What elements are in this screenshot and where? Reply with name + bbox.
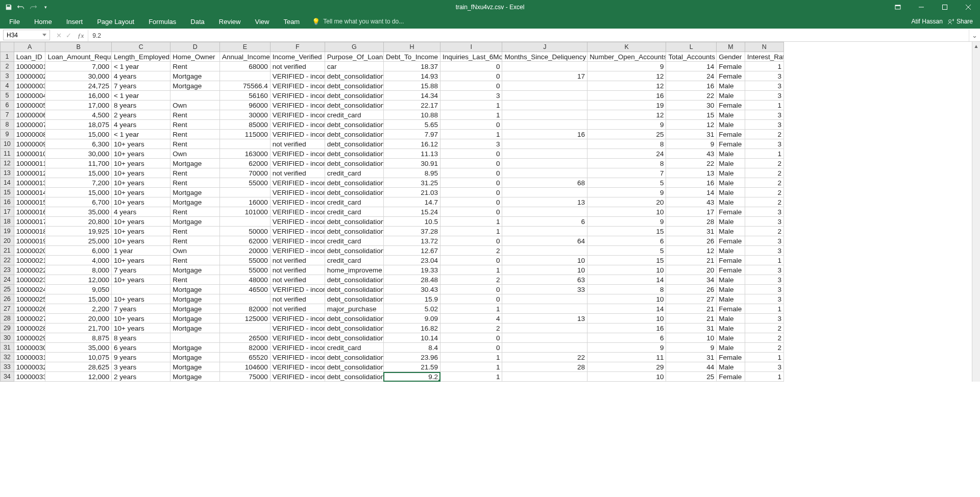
data-cell[interactable]: Rent	[170, 62, 220, 71]
row-header[interactable]: 24	[1, 275, 14, 285]
data-cell[interactable]: 3	[745, 246, 783, 256]
data-cell[interactable]: 10	[587, 265, 666, 275]
data-cell[interactable]: debt_consolidation	[325, 178, 383, 188]
data-cell[interactable]: 14	[587, 275, 666, 285]
row-header[interactable]: 34	[1, 372, 14, 382]
data-cell[interactable]: 21	[666, 304, 717, 314]
data-cell[interactable]: 10.88	[383, 110, 440, 120]
data-cell[interactable]	[220, 71, 271, 81]
data-cell[interactable]: 22	[666, 91, 717, 101]
data-cell[interactable]: 75566.4	[220, 81, 271, 91]
data-cell[interactable]: 3	[745, 120, 783, 130]
header-cell[interactable]: Inquiries_Last_6Mo	[440, 52, 502, 62]
data-cell[interactable]: 6,300	[45, 139, 112, 149]
data-cell[interactable]: 10+ years	[112, 139, 170, 149]
data-cell[interactable]: not verified	[270, 275, 325, 285]
data-cell[interactable]: Rent	[170, 256, 220, 265]
data-cell[interactable]: 10000004	[14, 91, 45, 101]
data-cell[interactable]: 25	[587, 130, 666, 139]
row-header[interactable]: 10	[1, 139, 14, 149]
data-cell[interactable]: debt_consolidation	[325, 275, 383, 285]
data-cell[interactable]: 15,000	[45, 168, 112, 178]
data-cell[interactable]: 0	[440, 294, 502, 304]
data-cell[interactable]: VERIFIED - incom	[270, 324, 325, 333]
row-header[interactable]: 33	[1, 362, 14, 372]
data-cell[interactable]: Own	[170, 101, 220, 110]
data-cell[interactable]: 17	[502, 71, 587, 81]
data-cell[interactable]: 5.65	[383, 120, 440, 130]
data-cell[interactable]: not verified	[270, 304, 325, 314]
data-cell[interactable]: not verified	[270, 139, 325, 149]
data-cell[interactable]: 16.82	[383, 324, 440, 333]
data-cell[interactable]: < 1 year	[112, 130, 170, 139]
tab-formulas[interactable]: Formulas	[141, 14, 183, 29]
data-cell[interactable]: 9,050	[45, 285, 112, 294]
data-cell[interactable]: 2	[440, 324, 502, 333]
data-cell[interactable]: 28,625	[45, 362, 112, 372]
data-cell[interactable]: 10+ years	[112, 236, 170, 246]
data-cell[interactable]: 23.04	[383, 256, 440, 265]
data-cell[interactable]: 2	[745, 188, 783, 197]
data-cell[interactable]: 16	[502, 130, 587, 139]
data-cell[interactable]: Mortgage	[170, 324, 220, 333]
data-cell[interactable]	[502, 62, 587, 71]
data-cell[interactable]: 0	[440, 159, 502, 168]
data-cell[interactable]: 64	[502, 236, 587, 246]
data-cell[interactable]: not verified	[270, 294, 325, 304]
share-button[interactable]: Share	[948, 18, 973, 25]
column-header-H[interactable]: H	[383, 42, 440, 52]
data-cell[interactable]: 56160	[220, 91, 271, 101]
data-cell[interactable]: 5	[587, 178, 666, 188]
data-cell[interactable]: 10000028	[14, 324, 45, 333]
data-cell[interactable]: debt_consolidation	[325, 217, 383, 227]
column-header-A[interactable]: A	[14, 42, 45, 52]
data-cell[interactable]: debt_consolidation	[325, 101, 383, 110]
data-cell[interactable]: Mortgage	[170, 265, 220, 275]
data-cell[interactable]: 10000001	[14, 62, 45, 71]
data-cell[interactable]: VERIFIED - incom	[270, 353, 325, 362]
data-cell[interactable]: 1	[440, 130, 502, 139]
data-cell[interactable]: 35,000	[45, 343, 112, 353]
data-cell[interactable]: 1	[745, 62, 783, 71]
data-cell[interactable]: 10000023	[14, 275, 45, 285]
data-cell[interactable]: 115000	[220, 130, 271, 139]
data-cell[interactable]: Mortgage	[170, 71, 220, 81]
data-cell[interactable]: 21	[666, 314, 717, 324]
data-cell[interactable]: 28.48	[383, 275, 440, 285]
data-cell[interactable]: 10	[587, 314, 666, 324]
data-cell[interactable]: 26	[666, 236, 717, 246]
data-cell[interactable]: 1	[440, 353, 502, 362]
data-cell[interactable]: 19,925	[45, 227, 112, 236]
data-cell[interactable]: Male	[717, 91, 745, 101]
data-cell[interactable]: 15	[587, 256, 666, 265]
data-cell[interactable]	[112, 285, 170, 294]
tab-data[interactable]: Data	[183, 14, 211, 29]
row-header[interactable]: 13	[1, 168, 14, 178]
data-cell[interactable]: 0	[440, 149, 502, 159]
data-cell[interactable]: 8.95	[383, 168, 440, 178]
data-cell[interactable]: 10+ years	[112, 149, 170, 159]
data-cell[interactable]: 1	[440, 227, 502, 236]
data-cell[interactable]	[220, 294, 271, 304]
data-cell[interactable]: 12.67	[383, 246, 440, 256]
row-header[interactable]: 8	[1, 120, 14, 130]
data-cell[interactable]: 10000008	[14, 130, 45, 139]
data-cell[interactable]: VERIFIED - incom	[270, 101, 325, 110]
data-cell[interactable]: debt_consolidation	[325, 149, 383, 159]
data-cell[interactable]: 2	[745, 343, 783, 353]
qat-customize-icon[interactable]: ▾	[41, 3, 50, 12]
data-cell[interactable]: Mortgage	[170, 314, 220, 324]
formula-input[interactable]: 9.2	[88, 30, 969, 41]
row-header[interactable]: 19	[1, 227, 14, 236]
tab-page-layout[interactable]: Page Layout	[90, 14, 141, 29]
data-cell[interactable]: Rent	[170, 178, 220, 188]
data-cell[interactable]: 6,000	[45, 246, 112, 256]
data-cell[interactable]: 62000	[220, 236, 271, 246]
data-cell[interactable]: not verified	[270, 265, 325, 275]
data-cell[interactable]: debt_consolidation	[325, 227, 383, 236]
data-cell[interactable]: 7 years	[112, 265, 170, 275]
data-cell[interactable]: debt_consolidation	[325, 285, 383, 294]
data-cell[interactable]: 10+ years	[112, 217, 170, 227]
data-cell[interactable]: 2	[745, 178, 783, 188]
data-cell[interactable]: 3	[745, 236, 783, 246]
